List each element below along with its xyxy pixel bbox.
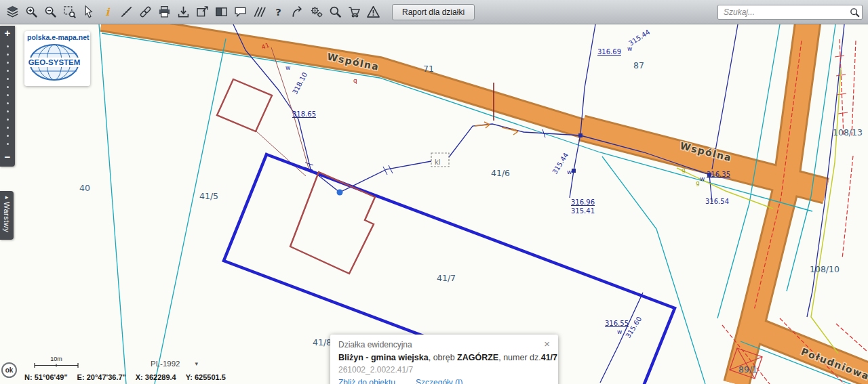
zoom-level-dot[interactable] <box>7 78 9 80</box>
close-icon[interactable]: × <box>544 340 550 348</box>
settings-icon-button[interactable] <box>307 3 326 22</box>
map-label: 315.41 <box>571 207 595 215</box>
top-toolbar: i? Raport dla działki <box>0 0 868 24</box>
coord-e: E: 20°47'36.7" <box>77 373 126 381</box>
map-label: 316.35 <box>707 171 730 178</box>
zoom-in-icon-button[interactable] <box>22 3 41 22</box>
brand-url: polska.e-mapa.net <box>27 33 87 41</box>
details-link[interactable]: Szczegóły (I) <box>416 378 462 384</box>
zoom-level-dot[interactable] <box>7 119 9 121</box>
map-label: 108/13 <box>833 127 863 137</box>
scale-label: 10m <box>34 356 79 362</box>
map-label: g <box>696 179 700 186</box>
search-input[interactable] <box>717 5 863 20</box>
zoom-level-dot[interactable] <box>7 86 9 88</box>
map-label: 316.54 <box>705 198 729 205</box>
layers-tab[interactable]: ▸ Warstwy <box>0 191 14 240</box>
ok-button[interactable]: ok <box>1 362 17 378</box>
hatch-icon-button[interactable] <box>250 3 269 22</box>
logo-text: GEO-SYSTEM <box>28 58 81 66</box>
zoom-slider[interactable] <box>0 41 15 150</box>
search-box <box>717 5 863 20</box>
scale-bar-graphic <box>34 362 79 368</box>
split-view-icon-button[interactable] <box>212 3 231 22</box>
flow-arrows <box>475 122 518 135</box>
map-label: 71 <box>423 64 434 74</box>
popup-header: Działka ewidencyjna × <box>338 340 550 349</box>
zoom-level-dot[interactable] <box>7 54 9 56</box>
zoom-level-dot[interactable] <box>7 102 9 104</box>
toolbar-icons: i? <box>3 3 382 22</box>
cart-icon-button[interactable] <box>344 3 363 22</box>
separator-text: , obręb <box>429 353 457 362</box>
map-label: w <box>700 175 705 182</box>
chevron-down-icon: ▾ <box>195 360 198 367</box>
zoom-level-dot[interactable] <box>7 135 9 137</box>
coordinates-readout: N: 51°06'49" E: 20°47'36.7" X: 362289.4 … <box>24 373 226 381</box>
parcel-info-popup: Działka ewidencyjna × Bliżyn - gmina wie… <box>330 335 558 384</box>
map-label: 41/7 <box>437 273 456 283</box>
search-icon-button[interactable] <box>326 3 344 22</box>
zoom-level-dot[interactable] <box>7 127 9 129</box>
municipality-name: Bliżyn - gmina wiejska <box>338 353 429 362</box>
map-label: w <box>627 45 632 52</box>
map-label: 316.96 <box>571 198 595 206</box>
zoom-level-dot[interactable] <box>7 62 9 64</box>
zoom-level-dot[interactable] <box>7 45 9 47</box>
warning-icon-button[interactable] <box>363 3 382 22</box>
map-label: 316.69 <box>597 48 621 56</box>
link-icon-button[interactable] <box>136 3 155 22</box>
svg-text:i: i <box>105 6 110 18</box>
map-label: g <box>682 167 686 173</box>
share-icon-button[interactable] <box>288 3 307 22</box>
map-label: 41/8 <box>313 337 332 347</box>
svg-text:?: ? <box>275 6 281 18</box>
layers-tab-label: Warstwy <box>3 202 11 232</box>
measure-icon-button[interactable] <box>117 3 136 22</box>
help-icon-button[interactable]: ? <box>269 3 288 22</box>
scale-bar: 10m <box>34 356 79 368</box>
separator-text: , numer dz. <box>498 353 541 362</box>
zoom-out-button[interactable]: − <box>0 150 15 165</box>
app-window: WspólnaWspólnaPołudniowa4041/541/641/741… <box>0 0 868 384</box>
popup-title: Działka ewidencyjna <box>338 340 412 349</box>
brand-panel[interactable]: polska.e-mapa.net GEO-SYSTEM <box>24 31 90 86</box>
district-name: ZAGÓRZE <box>457 353 498 362</box>
map-label: 315.44 <box>627 28 651 47</box>
expand-arrow-icon: ▸ <box>5 194 9 200</box>
map-label: 87 <box>633 60 644 70</box>
coord-y: Y: 625501.5 <box>186 373 226 381</box>
zoom-level-dot[interactable] <box>7 110 9 112</box>
map-label: 318.65 <box>292 110 316 118</box>
popup-links: Zbliż do obiektu Szczegóły (I) <box>338 378 550 384</box>
cursor-icon-button[interactable] <box>79 3 98 22</box>
report-button[interactable]: Raport dla działki <box>392 4 475 20</box>
layers-icon-button[interactable] <box>3 3 22 22</box>
search-icon[interactable] <box>849 7 861 18</box>
download-icon-button[interactable] <box>174 3 193 22</box>
buildings <box>217 79 375 274</box>
info-icon-button[interactable]: i <box>98 3 117 22</box>
chat-icon-button[interactable] <box>231 3 250 22</box>
coord-x: X: 362289.4 <box>136 373 176 381</box>
zoom-level-dot[interactable] <box>7 143 9 145</box>
zoom-selection-icon-button[interactable] <box>60 3 79 22</box>
parcel-identifier: 261002_2.0022.41/7 <box>338 365 550 375</box>
crs-label: PL-1992 <box>151 360 180 368</box>
zoom-level-dot[interactable] <box>7 70 9 72</box>
map-canvas[interactable]: WspólnaWspólnaPołudniowa4041/541/641/741… <box>0 0 868 384</box>
zoom-level-dot[interactable] <box>7 94 9 96</box>
map-label: 316.55 <box>605 320 629 327</box>
map-label: w <box>567 169 572 175</box>
zoom-to-object-link[interactable]: Zbliż do obiektu <box>338 378 395 384</box>
zoom-out-icon-button[interactable] <box>41 3 60 22</box>
map-label: 108/10 <box>810 264 840 274</box>
coord-n: N: 51°06'49" <box>24 373 68 381</box>
geo-system-logo: GEO-SYSTEM <box>27 43 81 82</box>
zoom-controls: + − <box>0 26 15 167</box>
map-label: w <box>617 328 622 335</box>
zoom-in-button[interactable]: + <box>0 26 15 41</box>
print-icon-button[interactable] <box>155 3 174 22</box>
crs-selector[interactable]: PL-1992 ▾ <box>151 360 198 368</box>
export-window-icon-button[interactable] <box>193 3 212 22</box>
